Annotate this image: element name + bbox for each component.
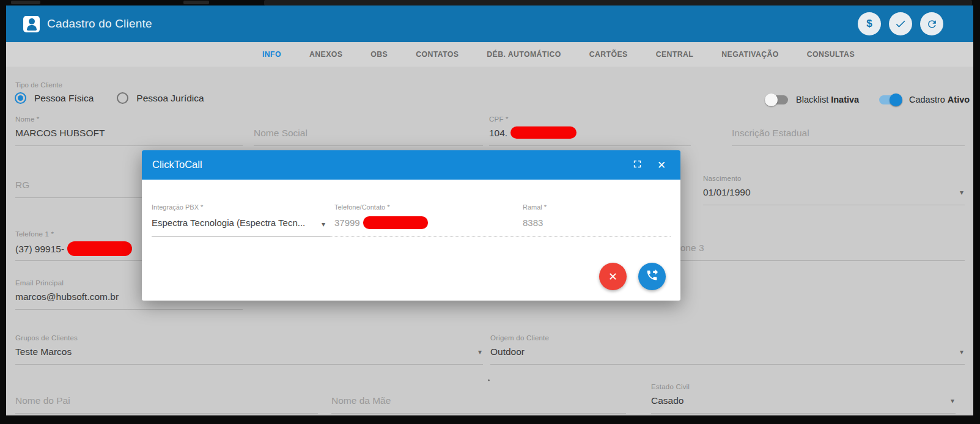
estado-civil-value[interactable]: Casado [651,395,956,409]
background-window-remnant [183,1,209,4]
cpf-field[interactable]: CPF * 104. [489,115,691,146]
nascimento-label: Nascimento [703,175,965,184]
estado-civil-label: Estado Civil [651,383,956,392]
telefone-contato-field[interactable]: Telefone/Contato * 37999 [334,203,513,230]
grupos-clientes-value[interactable]: Teste Marcos [15,346,483,360]
start-call-button[interactable] [638,263,666,290]
tab-contatos[interactable]: CONTATOS [402,50,473,59]
contact-card-icon [23,16,40,32]
nome-pai-placeholder[interactable]: Nome do Pai [15,395,318,409]
ramal-field[interactable]: Ramal * 8383 [523,203,677,228]
background-window-remnant [264,0,972,5]
blacklist-toggle-label: BlacklistInativa [796,95,859,104]
select-underline [152,236,330,236]
chevron-down-icon[interactable]: ▾ [960,348,963,356]
nascimento-field[interactable]: Nascimento 01/01/1990 ▾ [703,175,965,205]
telefone3-placeholder[interactable]: Telefone 3 [660,243,965,256]
nome-mae-field[interactable]: Nome da Mãe [331,383,626,414]
grupos-clientes-field[interactable]: Grupos de Clientes Teste Marcos ▾ [15,334,483,365]
billing-button[interactable]: $ [858,12,881,35]
blacklist-toggle-row: BlacklistInativa [766,95,859,104]
chevron-down-icon[interactable]: ▾ [478,348,482,356]
page-title: Cadastro do Cliente [47,17,152,31]
dollar-icon: $ [866,18,872,30]
nome-social-placeholder[interactable]: Nome Social [254,128,483,141]
refresh-button[interactable] [920,12,943,35]
chevron-down-icon[interactable]: ▾ [951,397,954,405]
radio-pessoa-juridica-label: Pessoa Jurídica [136,93,204,104]
grupos-clientes-label: Grupos de Clientes [15,334,483,343]
telefone3-field[interactable]: Telefone 3 [660,230,965,261]
inscricao-estadual-field[interactable]: Inscrição Estadual [732,115,965,146]
close-icon: ✕ [608,270,617,283]
integracao-pbx-label: Integração PBX * [152,203,329,213]
nome-value[interactable]: MARCOS HUBSOFT [15,128,243,141]
ramal-value[interactable]: 8383 [523,217,677,228]
close-icon: ✕ [657,159,666,172]
background-window-remnant [11,1,40,4]
tab-central[interactable]: CENTRAL [642,50,708,59]
refresh-icon [926,18,938,30]
ramal-label: Ramal * [523,203,677,213]
nome-field[interactable]: Nome * MARCOS HUBSOFT [15,115,243,146]
modal-close-button[interactable]: ✕ [655,158,668,172]
cadastro-toggle-row: CadastroAtivo [879,95,970,104]
cancel-call-button[interactable]: ✕ [599,263,627,290]
cpf-redaction [510,126,577,139]
estado-civil-field[interactable]: Estado Civil Casado ▾ [651,383,956,414]
tab-info[interactable]: INFO [248,50,295,59]
phone-forward-icon [646,269,658,284]
tab-consultas[interactable]: CONSULTAS [793,50,869,59]
integracao-pbx-field[interactable]: Integração PBX * Espectra Tecnologia (Es… [152,203,329,228]
cadastro-toggle-label: CadastroAtivo [909,95,970,104]
fullscreen-icon [632,159,643,172]
tab-obs[interactable]: OBS [356,50,402,59]
clicktocall-modal: ClickToCall ✕ Integração PBX * Espectra … [142,150,680,301]
nome-mae-placeholder[interactable]: Nome da Mãe [331,395,626,409]
tab-bar: INFO ANEXOS OBS CONTATOS DÉB. AUTOMÁTICO… [6,42,973,67]
radio-pessoa-fisica-label: Pessoa Física [34,93,94,104]
modal-title: ClickToCall [152,159,202,170]
tab-negativacao[interactable]: NEGATIVAÇÃO [707,50,792,59]
nascimento-value[interactable]: 01/01/1990 [703,187,965,200]
cpf-value[interactable]: 104. [489,128,691,141]
confirm-button[interactable] [889,12,912,35]
telefone-contato-label: Telefone/Contato * [334,203,513,213]
app-window: Cadastro do Cliente $ INFO ANEXOS OBS CO… [6,5,973,415]
origem-cliente-label: Origem do Cliente [490,334,965,343]
nome-social-field[interactable]: Nome Social [254,115,483,146]
nome-pai-field[interactable]: Nome do Pai [15,383,318,414]
check-icon [894,18,907,30]
radio-pessoa-fisica[interactable] [15,92,26,104]
tipo-cliente-radio-group: Pessoa Física Pessoa Jurídica [15,92,227,104]
blacklist-toggle[interactable] [766,95,788,104]
fullscreen-button[interactable] [630,158,644,172]
cpf-label: CPF * [489,115,691,125]
origem-cliente-value[interactable]: Outdoor [490,346,965,360]
tab-anexos[interactable]: ANEXOS [295,50,356,59]
tipo-cliente-label: Tipo de Cliente [15,81,62,89]
chevron-down-icon[interactable]: ▾ [960,188,963,197]
origem-cliente-field[interactable]: Origem do Cliente Outdoor ▾ [490,334,965,365]
inscricao-estadual-placeholder[interactable]: Inscrição Estadual [732,128,965,141]
stray-dot-artifact [488,379,490,381]
telefone1-redaction [67,241,132,256]
tab-cartoes[interactable]: CARTÕES [575,50,642,59]
radio-pessoa-juridica[interactable] [117,92,128,104]
tab-deb-automatico[interactable]: DÉB. AUTOMÁTICO [473,50,575,59]
app-bar: Cadastro do Cliente $ [6,5,973,42]
chevron-down-icon[interactable]: ▾ [322,220,325,228]
integracao-pbx-value[interactable]: Espectra Tecnologia (Espectra Tecn... [152,217,329,228]
nome-label: Nome * [15,115,243,125]
screenshot-root: Cadastro do Cliente $ INFO ANEXOS OBS CO… [0,0,980,424]
cadastro-toggle[interactable] [879,95,901,104]
telefone-contato-value[interactable]: 37999 [334,217,513,230]
telefone-contato-redaction [363,216,428,229]
modal-header: ClickToCall ✕ [142,150,680,180]
